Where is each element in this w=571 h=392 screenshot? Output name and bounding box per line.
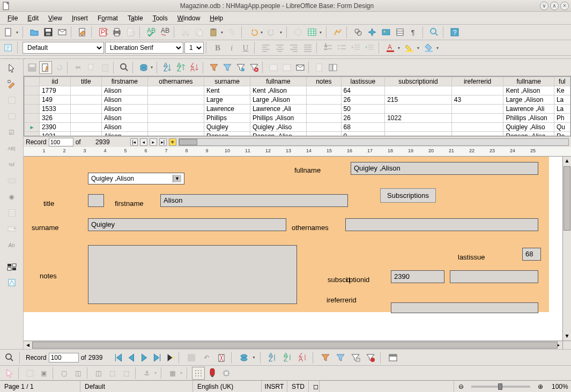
numbered-list-button[interactable]: 12 bbox=[322, 41, 335, 54]
table-cell[interactable] bbox=[451, 86, 503, 95]
table-cell[interactable]: 0 bbox=[341, 132, 385, 137]
col-othernames[interactable]: othernames bbox=[147, 77, 204, 86]
table-cell[interactable] bbox=[385, 132, 452, 137]
form-vscroll[interactable]: ▴▾ bbox=[562, 157, 571, 341]
table-cell[interactable] bbox=[70, 123, 101, 132]
table-cell[interactable] bbox=[70, 86, 101, 95]
nav-sort-button[interactable]: AZ bbox=[266, 351, 279, 364]
table-cell[interactable]: 215 bbox=[385, 95, 452, 105]
grid-last-button[interactable]: ▸| bbox=[159, 138, 167, 146]
hyperlink-button[interactable] bbox=[292, 26, 305, 39]
datasources-button[interactable] bbox=[394, 26, 406, 39]
table-cell[interactable]: Ronson ,Aliso bbox=[250, 132, 306, 137]
col-ful[interactable]: ful bbox=[554, 77, 570, 86]
table-cell[interactable]: Large ,Alison bbox=[503, 95, 554, 105]
table-cell[interactable]: Alison bbox=[101, 114, 147, 123]
table-cell[interactable]: Phillips ,Alison bbox=[503, 114, 554, 123]
bullet-list-button[interactable] bbox=[336, 41, 348, 54]
nav-next-button[interactable] bbox=[139, 352, 150, 363]
grid-hscroll[interactable] bbox=[179, 138, 569, 146]
nav-undo-button[interactable]: ↶ bbox=[200, 351, 213, 364]
table-cell[interactable]: Ph bbox=[554, 114, 570, 123]
table-cell[interactable]: Ronson bbox=[204, 132, 250, 137]
table-dropdown[interactable]: ▾ bbox=[320, 30, 324, 35]
menu-window[interactable]: Window bbox=[173, 13, 205, 23]
align-dropdown[interactable]: ▾ bbox=[180, 371, 184, 375]
font-color-dropdown[interactable]: ▾ bbox=[398, 46, 402, 50]
col-firstname[interactable]: firstname bbox=[101, 77, 147, 86]
formatted-field-tool[interactable]: %f bbox=[4, 158, 19, 172]
menu-view[interactable]: View bbox=[44, 13, 66, 23]
horizontal-ruler[interactable]: 1234567891011121314151617181920212223242… bbox=[24, 147, 571, 157]
new-doc-dropdown[interactable]: ▾ bbox=[16, 30, 20, 35]
table-button[interactable] bbox=[306, 26, 318, 39]
cut-data-button[interactable]: ✂ bbox=[72, 61, 85, 74]
table-row[interactable]: 1021AlisonRonsonRonson ,Aliso0Ronson ,Al… bbox=[25, 132, 570, 137]
autofilter-button[interactable] bbox=[207, 61, 220, 74]
table-cell[interactable]: Alison bbox=[101, 105, 147, 114]
field-title[interactable] bbox=[88, 194, 104, 207]
anchor-dropdown[interactable]: ▾ bbox=[154, 371, 159, 375]
apply-filter-button[interactable] bbox=[221, 61, 234, 74]
col-fullname[interactable]: fullname bbox=[250, 77, 306, 86]
print-button[interactable] bbox=[110, 26, 123, 39]
design-mode-button[interactable] bbox=[4, 77, 19, 91]
table-row[interactable]: 1533AlisonLawrenceLawrence ,Ali50Lawrenc… bbox=[25, 105, 570, 114]
form-canvas[interactable]: Quigley ,Alison ▼ fullname Quigley ,Alis… bbox=[24, 157, 562, 341]
status-zoom[interactable]: 100% bbox=[547, 381, 571, 392]
table-cell[interactable]: Alison bbox=[101, 123, 147, 132]
bgcolor-button[interactable] bbox=[422, 41, 435, 54]
navigator-button[interactable] bbox=[366, 26, 379, 39]
minimize-button[interactable]: ∨ bbox=[540, 2, 548, 10]
field-fullname[interactable]: Quigley ,Alison bbox=[351, 162, 538, 175]
zoom-slider[interactable] bbox=[471, 386, 530, 388]
enter-group-button[interactable]: ⬚ bbox=[106, 367, 119, 380]
table-cell[interactable]: 1021 bbox=[39, 132, 70, 137]
nav-datasource-form-button[interactable] bbox=[387, 351, 399, 364]
table-cell[interactable]: 326 bbox=[39, 114, 70, 123]
table-cell[interactable] bbox=[307, 132, 341, 137]
font-size-combo[interactable]: 12 bbox=[184, 42, 204, 54]
table-cell[interactable]: Quigley bbox=[204, 123, 250, 132]
redo-button[interactable] bbox=[266, 26, 279, 39]
table-cell[interactable]: La bbox=[554, 95, 570, 105]
grid-first-button[interactable]: |◂ bbox=[130, 138, 138, 146]
table-cell[interactable]: 26 bbox=[341, 95, 385, 105]
explorer-toggle-button[interactable] bbox=[327, 61, 339, 74]
field-surname[interactable]: Quigley bbox=[88, 218, 286, 231]
find-button[interactable] bbox=[352, 26, 365, 39]
paragraph-style-combo[interactable]: Default bbox=[23, 42, 104, 54]
nav-form-filter-button[interactable] bbox=[349, 351, 362, 364]
table-row[interactable]: 326AlisonPhillipsPhillips ,Alison261022P… bbox=[25, 114, 570, 123]
show-draw-button[interactable] bbox=[331, 26, 344, 39]
table-cell[interactable] bbox=[147, 123, 204, 132]
col-iid[interactable]: iid bbox=[39, 77, 70, 86]
menu-edit[interactable]: Edit bbox=[23, 13, 43, 23]
table-cell[interactable] bbox=[307, 105, 341, 114]
sort-desc-button[interactable]: ZA bbox=[188, 61, 201, 74]
anchor-button[interactable]: ⚓ bbox=[140, 367, 153, 380]
menu-help[interactable]: Help bbox=[205, 13, 227, 23]
table-cell[interactable] bbox=[451, 114, 503, 123]
undo-dropdown[interactable]: ▾ bbox=[261, 30, 265, 35]
ds-current-doc-button[interactable] bbox=[313, 61, 326, 74]
maximize-button[interactable]: ∧ bbox=[550, 2, 559, 10]
paste-data-button[interactable] bbox=[99, 61, 112, 74]
table-cell[interactable] bbox=[147, 86, 204, 95]
close-button[interactable]: × bbox=[560, 2, 569, 10]
zoom-button[interactable] bbox=[428, 26, 441, 39]
table-cell[interactable]: Phillips ,Alison bbox=[250, 114, 306, 123]
table-cell[interactable]: Quigley ,Aliso bbox=[250, 123, 306, 132]
nav-save-button[interactable] bbox=[185, 351, 198, 364]
email-button[interactable] bbox=[56, 26, 69, 39]
table-cell[interactable] bbox=[385, 123, 452, 132]
grid-new-button[interactable]: ✳ bbox=[169, 138, 176, 146]
form-fullname-combo[interactable]: Quigley ,Alison ▼ bbox=[88, 173, 184, 184]
edit-data-button[interactable] bbox=[39, 61, 52, 74]
nav-delete-button[interactable] bbox=[215, 351, 228, 364]
status-style[interactable]: Default bbox=[80, 381, 193, 392]
copy-button[interactable] bbox=[193, 26, 206, 39]
font-name-combo[interactable]: Liberation Serif bbox=[105, 42, 183, 54]
table-cell[interactable] bbox=[385, 105, 452, 114]
new-doc-button[interactable] bbox=[2, 26, 15, 39]
